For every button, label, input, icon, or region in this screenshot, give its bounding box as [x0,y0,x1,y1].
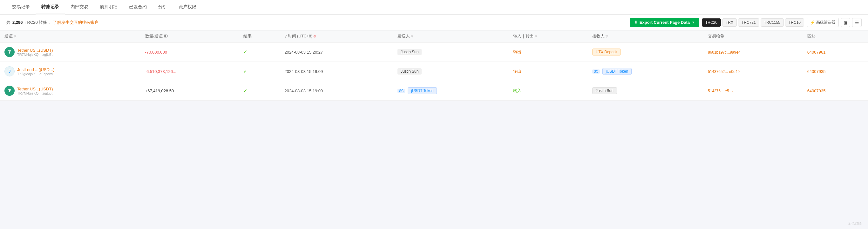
token-addr-2: TR7NHqjeKQ... zgjLj6t [17,91,53,95]
filter-buttons-group: ⚡ 高级筛选器 ▣ ☰ [807,18,862,27]
table-row: ₮Tether US...(USDT)TR7NHqjeKQ... zgjLj6t… [0,81,868,101]
download-icon: ⬇ [634,20,638,25]
cell-token-0: ₮Tether US...(USDT)TR7NHqjeKQ... zgjLj6t [0,42,141,62]
filter-trc1155[interactable]: TRC1155 [761,18,784,27]
token-addr-1: TXJgMdjVX... aFqccvd [17,72,54,76]
col-amount: 数量/通证 ID [141,31,239,42]
cell-amount-2: +67,419,028.50... [141,81,239,101]
token-cell-1: JJustLend ...(jUSD...)TXJgMdjVX... aFqcc… [4,66,136,76]
token-name-link-1[interactable]: JustLend ...(jUSD...) [17,67,54,72]
sender-badge-1[interactable]: Justin Sun [398,68,422,75]
col-result: 结果 [239,31,280,42]
export-button[interactable]: ⬇ Export Current Page Data ▼ [630,18,699,27]
col-sender-filter-icon[interactable]: ▽ [411,35,413,38]
check-icon-2: ✓ [243,88,248,93]
cell-sender-2: SCjUSDT Token [393,81,509,101]
tab-transactions[interactable]: 交易记录 [6,0,36,14]
dropdown-arrow-icon: ▼ [692,21,695,24]
filter-trc721[interactable]: TRC721 [738,18,760,27]
cell-token-1: JJustLend ...(jUSD...)TXJgMdjVX... aFqcc… [0,62,141,81]
receiver-badge-1[interactable]: jUSDT Token [602,68,631,75]
cell-sender-1: Justin Sun [393,62,509,81]
question-icon: ? [285,34,287,39]
advanced-filter-label: 高级筛选器 [816,20,835,25]
token-name-2: Tether US...(USDT)TR7NHqjeKQ... zgjLj6t [17,86,53,95]
block-number-0[interactable]: 64007961 [807,50,826,54]
tabs-bar: 交易记录 转账记录 内部交易 质押明细 已发合约 分析 账户权限 [0,0,868,14]
check-icon-0: ✓ [243,49,248,54]
tab-analysis[interactable]: 分析 [153,0,173,14]
cell-time-0: 2024-08-03 15:20:27 [280,42,393,62]
tx-hash-2[interactable]: 514376... e5 → [708,89,734,93]
cell-block-0: 64007961 [803,42,868,62]
tx-hash-1[interactable]: 51437652... e0e49 [708,70,740,74]
col-direction-filter-icon[interactable]: ▽ [535,35,537,38]
transfers-table: 通证 ▽ 数量/通证 ID 结果 ? 时间 (UTC+8) ⊙ [0,31,868,101]
token-name-0: Tether US...(USDT)TR7NHqjeKQ... zgjLj6t [17,48,53,56]
token-icon-1: J [4,66,14,76]
tab-transfers[interactable]: 转账记录 [36,0,65,14]
summary-prefix: 共 [6,20,10,25]
cell-direction-1: 转出 [509,62,588,81]
col-direction: 转入｜转出 ▽ [509,31,588,42]
token-icon-2: ₮ [4,86,14,96]
col-receiver: 接收人 ▽ [588,31,704,42]
transfers-table-container: 通证 ▽ 数量/通证 ID 结果 ? 时间 (UTC+8) ⊙ [0,31,868,101]
col-token: 通证 ▽ [0,31,141,42]
tx-hash-0[interactable]: 8601b197c...9a9e4 [708,50,741,54]
direction-label-2: 转入 [513,88,521,93]
block-number-1[interactable]: 64007935 [807,69,826,74]
filter-trx[interactable]: TRX [722,18,737,27]
cell-direction-0: 转出 [509,42,588,62]
tab-permissions[interactable]: 账户权限 [173,0,202,14]
cell-time-1: 2024-08-03 15:19:09 [280,62,393,81]
receiver-badge-0[interactable]: HTX Deposit [592,48,621,55]
accounts-link[interactable]: 了解发生交互的往来账户 [53,20,98,25]
token-name-link-2[interactable]: Tether US...(USDT) [17,86,53,91]
cell-receiver-1: SCjUSDT Token [588,62,704,81]
col-token-label: 通证 ▽ [4,34,16,39]
token-filter-group: TRC20 TRX TRC721 TRC1155 TRC10 [702,18,804,27]
settings-icon: ☰ [855,20,859,25]
settings-button[interactable]: ☰ [852,18,862,27]
sc-badge-receiver-1: SC [592,70,600,74]
cell-amount-1: -6,510,373,126... [141,62,239,81]
tab-internal[interactable]: 内部交易 [65,0,94,14]
toolbar: 共 2,296 TRC20 转账， 了解发生交互的往来账户 ⬇ Export C… [0,14,868,31]
check-icon-1: ✓ [243,69,248,74]
table-header-row: 通证 ▽ 数量/通证 ID 结果 ? 时间 (UTC+8) ⊙ [0,31,868,42]
token-addr-0: TR7NHqjeKQ... zgjLj6t [17,53,53,56]
columns-icon: ▣ [843,20,848,25]
cell-token-2: ₮Tether US...(USDT)TR7NHqjeKQ... zgjLj6t [0,81,141,101]
cell-sender-0: Justin Sun [393,42,509,62]
filter-trc20[interactable]: TRC20 [702,18,721,27]
cell-result-2: ✓ [239,81,280,101]
cell-result-0: ✓ [239,42,280,62]
cell-block-2: 64007935 [803,81,868,101]
filter-trc10[interactable]: TRC10 [785,18,804,27]
tab-contracts[interactable]: 已发合约 [123,0,153,14]
time-info-icon: ⊙ [313,34,316,38]
col-block: 区块 [803,31,868,42]
advanced-filter-button[interactable]: ⚡ 高级筛选器 [807,18,839,27]
token-cell-0: ₮Tether US...(USDT)TR7NHqjeKQ... zgjLj6t [4,47,136,57]
col-sender: 发送人 ▽ [393,31,509,42]
filter-icon: ⚡ [810,20,815,25]
cell-result-1: ✓ [239,62,280,81]
col-token-filter-icon[interactable]: ▽ [14,35,16,38]
tab-pledge[interactable]: 质押明细 [94,0,123,14]
column-toggle-button[interactable]: ▣ [841,18,850,27]
sender-badge-2[interactable]: jUSDT Token [408,87,437,94]
col-hash: 交易哈希 [704,31,803,42]
col-receiver-filter-icon[interactable]: ▽ [606,35,608,38]
block-number-2[interactable]: 64007935 [807,88,826,93]
sender-badge-0[interactable]: Justin Sun [398,49,422,55]
toolbar-summary: 共 2,296 TRC20 转账， 了解发生交互的往来账户 [6,20,627,25]
table-row: JJustLend ...(jUSD...)TXJgMdjVX... aFqcc… [0,62,868,81]
direction-label-1: 转出 [513,69,521,74]
cell-hash-2: 514376... e5 → [704,81,803,101]
summary-count: 2,296 [12,20,23,25]
cell-time-2: 2024-08-03 15:19:09 [280,81,393,101]
token-name-link-0[interactable]: Tether US...(USDT) [17,48,53,53]
receiver-badge-2[interactable]: Justin Sun [592,87,617,94]
